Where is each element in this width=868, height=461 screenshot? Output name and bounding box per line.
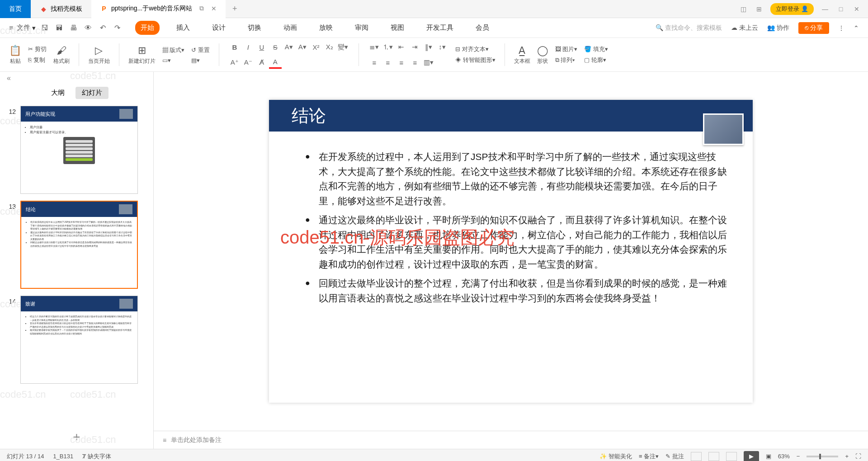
add-slide-button[interactable]: + <box>0 425 153 449</box>
slide-title[interactable]: 结论 <box>292 104 326 127</box>
canvas[interactable]: 结论 在开发系统的过程中，本人运用到了JSP技术和平时学习中所了解的一些技术，通… <box>154 72 868 431</box>
comments-toggle[interactable]: ✎ 批注 <box>665 452 684 461</box>
notes-toggle[interactable]: ≡ 备注▾ <box>639 452 659 461</box>
notes-bar[interactable]: ≡ 单击此处添加备注 <box>154 431 868 449</box>
layout1-icon[interactable]: ◫ <box>739 5 748 13</box>
login-button[interactable]: 立即登录👤 <box>770 3 814 15</box>
strike-button[interactable]: S <box>269 41 282 53</box>
tab-member[interactable]: 会员 <box>470 21 495 35</box>
tab-external-icon[interactable]: ⧉ <box>199 5 204 12</box>
copy-button[interactable]: ⎘ 复制 <box>28 56 47 64</box>
more-icon[interactable]: ⋮ <box>838 24 844 32</box>
slides-tab[interactable]: 幻灯片 <box>75 87 108 99</box>
fontdec-button[interactable]: A⁻ <box>242 56 255 69</box>
thumb-12[interactable]: 用户功能实现 用户注册用户需要注册才可以登录。 <box>20 106 138 194</box>
smartimg-button[interactable]: ◈ 转智能图形▾ <box>455 56 495 64</box>
collapse-ribbon-icon[interactable]: ⌃ <box>854 24 859 32</box>
tab-devtools[interactable]: 开发工具 <box>421 21 459 35</box>
thumb-14[interactable]: 致谢 经过几个月的不断学习我的毕业设计终于如期完成此毕业设计基本符合设计要求能够… <box>20 296 138 384</box>
fontcase-button[interactable]: A▾ <box>283 41 295 53</box>
thumbnails[interactable]: 12 用户功能实现 用户注册用户需要注册才可以登录。 13 结论 在开发系统的过… <box>0 103 153 425</box>
slide-body[interactable]: 在开发系统的过程中，本人运用到了JSP技术和平时学习中所了解的一些技术，通过实现… <box>269 132 753 319</box>
new-tab-button[interactable]: + <box>226 4 244 14</box>
reset-button[interactable]: ↺ 重置 <box>191 46 210 54</box>
fontinc-button[interactable]: A⁺ <box>228 56 241 69</box>
cut-button[interactable]: ✂ 剪切 <box>28 45 47 53</box>
indent-inc-button[interactable]: ⇥ <box>409 41 421 53</box>
tab-transition[interactable]: 切换 <box>242 21 267 35</box>
bullet-3[interactable]: 回顾过去做毕业设计的整个过程，充满了付出和收获，但是当你看到成果的时候的感觉，是… <box>305 276 730 306</box>
menu-burger-icon[interactable]: ≡ <box>9 24 13 32</box>
zoom-in-button[interactable]: + <box>845 453 849 460</box>
textbox-button[interactable]: A̲文本框 <box>514 45 530 65</box>
cloud-status[interactable]: ☁ 未上云 <box>731 24 758 32</box>
arrange-button[interactable]: ⧉ 排列▾ <box>555 56 578 64</box>
textdir-button[interactable]: ↕▾ <box>436 41 448 53</box>
super-button[interactable]: X² <box>310 41 322 53</box>
curpage-button[interactable]: ▷当页开始 <box>88 45 110 65</box>
fit-button[interactable]: ▣ <box>766 453 771 460</box>
missing-font[interactable]: T̷ 缺失字体 <box>82 452 111 461</box>
redo-icon[interactable]: ↷ <box>112 23 123 33</box>
minimize-icon[interactable]: — <box>821 5 830 13</box>
notes-placeholder[interactable]: 单击此处添加备注 <box>171 436 222 444</box>
picture-button[interactable]: 🖼 图片▾ <box>555 45 578 53</box>
apps-icon[interactable]: ⊞ <box>755 5 764 13</box>
tab-template[interactable]: ◆找稻壳模板 <box>31 0 91 18</box>
preview-icon[interactable]: 👁 <box>83 23 94 33</box>
clearfmt-button[interactable]: A̸ <box>255 56 268 69</box>
fontcolor-button[interactable]: A <box>269 56 282 69</box>
outline-tab[interactable]: 大纲 <box>45 87 71 99</box>
file-menu[interactable]: 文件 ▾ <box>17 24 36 32</box>
shape-button[interactable]: ◯形状 <box>537 45 548 65</box>
tab-animation[interactable]: 动画 <box>278 21 302 35</box>
zoom-out-button[interactable]: − <box>797 453 800 460</box>
tab-view[interactable]: 视图 <box>385 21 410 35</box>
print-icon[interactable]: 🖶 <box>68 23 79 33</box>
search-command[interactable]: 🔍 查找命令、搜索模板 <box>656 24 722 32</box>
fullscreen-button[interactable]: ⛶ <box>855 453 861 460</box>
tab-design[interactable]: 设计 <box>207 21 231 35</box>
newslide-button[interactable]: ⊞新建幻灯片 <box>128 45 156 65</box>
tab-home[interactable]: 首页 <box>0 0 31 18</box>
sub-button[interactable]: X₂ <box>323 41 336 53</box>
numbers-button[interactable]: ⒈▾ <box>382 41 394 53</box>
indent-dec-button[interactable]: ⇤ <box>395 41 408 53</box>
zoom-level[interactable]: 63% <box>778 453 790 460</box>
align-left-button[interactable]: ≡ <box>368 56 381 69</box>
close-window-icon[interactable]: ✕ <box>852 5 861 13</box>
bullet-2[interactable]: 通过这次最终的毕业设计，平时所学到的知识不仅融合了，而且获得了许多计算机知识。在… <box>305 213 730 272</box>
collapse-panel-icon[interactable]: « <box>0 72 153 85</box>
tab-slideshow[interactable]: 放映 <box>314 21 338 35</box>
linespace-button[interactable]: ‖▾ <box>422 41 435 53</box>
align-justify-button[interactable]: ≡ <box>409 56 421 69</box>
sorter-view-button[interactable] <box>708 452 719 461</box>
fill-button[interactable]: 🪣 填充▾ <box>584 45 608 53</box>
bullet-1[interactable]: 在开发系统的过程中，本人运用到了JSP技术和平时学习中所了解的一些技术，通过实现… <box>305 150 730 208</box>
paste-button[interactable]: 📋粘贴 <box>9 45 21 65</box>
coop-button[interactable]: 👥 协作 <box>767 24 789 32</box>
undo-icon[interactable]: ↶ <box>97 23 108 33</box>
fontfx-button[interactable]: 變▾ <box>337 41 349 53</box>
italic-button[interactable]: I <box>242 41 255 53</box>
slide-image[interactable] <box>703 113 744 145</box>
beautify-button[interactable]: ✨ 智能美化 <box>599 452 632 461</box>
tab-review[interactable]: 审阅 <box>349 21 374 35</box>
zoom-slider[interactable] <box>807 456 838 457</box>
tab-start[interactable]: 开始 <box>135 21 160 35</box>
thumb-13[interactable]: 结论 在开发系统的过程中本人运用到了JSP技术和平时学习中所了解的一些技术通过实… <box>20 201 138 289</box>
layout-button[interactable]: ▦ 版式▾ <box>162 46 185 54</box>
formatpainter-button[interactable]: 🖌格式刷 <box>53 45 70 65</box>
tab-document[interactable]: Ppptspring...于web的音乐网站⧉✕ <box>91 0 226 18</box>
slideshow-button[interactable]: ▶ <box>744 451 759 461</box>
align-center-button[interactable]: ≡ <box>382 56 394 69</box>
highlight-button[interactable]: A▾ <box>296 41 309 53</box>
outline-button[interactable]: ▢ 轮廓▾ <box>584 56 608 64</box>
columns-button[interactable]: ▥▾ <box>422 56 435 69</box>
close-tab-icon[interactable]: ✕ <box>211 5 217 12</box>
tab-insert[interactable]: 插入 <box>171 21 195 35</box>
bold-button[interactable]: B <box>228 41 241 53</box>
saveas-icon[interactable]: 🖬 <box>54 23 65 33</box>
share-button[interactable]: ⎋ 分享 <box>798 22 829 34</box>
save-icon[interactable]: 🖫 <box>39 23 50 33</box>
